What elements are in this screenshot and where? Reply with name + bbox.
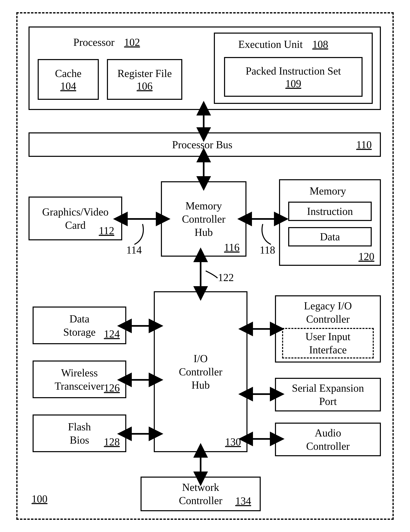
computer-system-block-diagram: 100 Processor 102 Cache 104 Register Fil… — [0, 0, 410, 532]
connectors-layer — [0, 0, 410, 532]
